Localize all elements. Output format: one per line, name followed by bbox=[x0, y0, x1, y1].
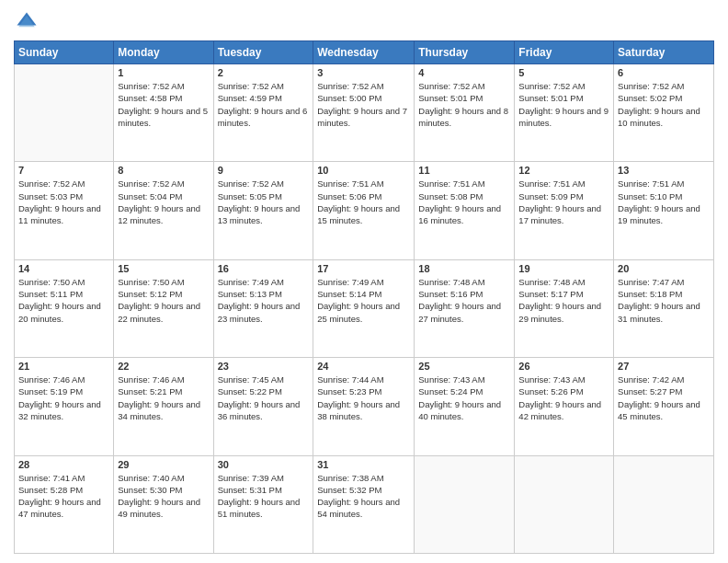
day-info: Sunrise: 7:41 AM Sunset: 5:28 PM Dayligh… bbox=[18, 472, 109, 521]
sunset-label: Sunset: 5:23 PM bbox=[317, 386, 381, 396]
daylight-label: Daylight: 9 hours and 36 minutes. bbox=[218, 399, 301, 421]
calendar-cell: 8 Sunrise: 7:52 AM Sunset: 5:04 PM Dayli… bbox=[114, 162, 213, 259]
weekday-header-saturday: Saturday bbox=[614, 41, 714, 64]
day-info: Sunrise: 7:52 AM Sunset: 4:58 PM Dayligh… bbox=[118, 80, 209, 129]
sunset-label: Sunset: 5:12 PM bbox=[118, 289, 182, 299]
sunrise-label: Sunrise: 7:51 AM bbox=[317, 178, 383, 189]
weekday-header-monday: Monday bbox=[114, 41, 213, 64]
sunrise-label: Sunrise: 7:52 AM bbox=[317, 81, 383, 91]
day-number: 20 bbox=[618, 263, 710, 274]
daylight-label: Daylight: 9 hours and 23 minutes. bbox=[218, 301, 301, 323]
sunrise-label: Sunrise: 7:40 AM bbox=[118, 473, 184, 483]
weekday-header-thursday: Thursday bbox=[415, 41, 515, 64]
calendar-cell: 24 Sunrise: 7:44 AM Sunset: 5:23 PM Dayl… bbox=[313, 358, 415, 455]
calendar-cell: 12 Sunrise: 7:51 AM Sunset: 5:09 PM Dayl… bbox=[515, 162, 614, 259]
day-number: 13 bbox=[618, 165, 710, 176]
day-info: Sunrise: 7:46 AM Sunset: 5:21 PM Dayligh… bbox=[118, 373, 209, 422]
daylight-label: Daylight: 9 hours and 47 minutes. bbox=[18, 497, 101, 519]
calendar-cell bbox=[614, 455, 714, 553]
calendar-table: SundayMondayTuesdayWednesdayThursdayFrid… bbox=[14, 40, 714, 554]
calendar-cell: 18 Sunrise: 7:48 AM Sunset: 5:16 PM Dayl… bbox=[415, 259, 515, 357]
sunrise-label: Sunrise: 7:52 AM bbox=[618, 81, 684, 91]
day-info: Sunrise: 7:52 AM Sunset: 5:05 PM Dayligh… bbox=[218, 178, 310, 226]
sunrise-label: Sunrise: 7:52 AM bbox=[18, 178, 85, 189]
day-number: 3 bbox=[317, 67, 410, 78]
calendar-cell: 30 Sunrise: 7:39 AM Sunset: 5:31 PM Dayl… bbox=[213, 455, 313, 553]
calendar-cell: 31 Sunrise: 7:38 AM Sunset: 5:32 PM Dayl… bbox=[313, 455, 415, 553]
day-info: Sunrise: 7:52 AM Sunset: 5:00 PM Dayligh… bbox=[317, 80, 410, 129]
sunrise-label: Sunrise: 7:52 AM bbox=[218, 178, 284, 189]
day-number: 1 bbox=[118, 67, 209, 78]
day-info: Sunrise: 7:39 AM Sunset: 5:31 PM Dayligh… bbox=[218, 472, 310, 521]
day-info: Sunrise: 7:52 AM Sunset: 5:04 PM Dayligh… bbox=[118, 178, 209, 226]
day-number: 10 bbox=[317, 165, 410, 176]
sunrise-label: Sunrise: 7:52 AM bbox=[118, 178, 184, 189]
day-number: 27 bbox=[618, 361, 710, 372]
daylight-label: Daylight: 9 hours and 20 minutes. bbox=[18, 301, 101, 323]
calendar-cell: 11 Sunrise: 7:51 AM Sunset: 5:08 PM Dayl… bbox=[415, 162, 515, 259]
calendar-cell: 20 Sunrise: 7:47 AM Sunset: 5:18 PM Dayl… bbox=[614, 259, 714, 357]
calendar-cell: 3 Sunrise: 7:52 AM Sunset: 5:00 PM Dayli… bbox=[313, 64, 415, 162]
calendar-cell: 25 Sunrise: 7:43 AM Sunset: 5:24 PM Dayl… bbox=[415, 358, 515, 455]
daylight-label: Daylight: 9 hours and 45 minutes. bbox=[618, 399, 700, 421]
daylight-label: Daylight: 9 hours and 10 minutes. bbox=[618, 106, 700, 128]
sunrise-label: Sunrise: 7:51 AM bbox=[418, 178, 484, 189]
sunset-label: Sunset: 5:05 PM bbox=[218, 191, 282, 201]
weekday-header-wednesday: Wednesday bbox=[313, 41, 415, 64]
day-number: 25 bbox=[418, 361, 510, 372]
day-number: 18 bbox=[418, 263, 510, 274]
day-number: 29 bbox=[118, 459, 209, 470]
header bbox=[14, 9, 714, 35]
day-info: Sunrise: 7:50 AM Sunset: 5:12 PM Dayligh… bbox=[118, 276, 209, 325]
sunset-label: Sunset: 5:24 PM bbox=[418, 386, 483, 396]
day-info: Sunrise: 7:52 AM Sunset: 5:01 PM Dayligh… bbox=[418, 80, 510, 129]
day-info: Sunrise: 7:50 AM Sunset: 5:11 PM Dayligh… bbox=[18, 276, 109, 325]
day-info: Sunrise: 7:49 AM Sunset: 5:13 PM Dayligh… bbox=[218, 276, 310, 325]
calendar-cell: 21 Sunrise: 7:46 AM Sunset: 5:19 PM Dayl… bbox=[15, 358, 114, 455]
sunrise-label: Sunrise: 7:51 AM bbox=[618, 178, 684, 189]
sunrise-label: Sunrise: 7:42 AM bbox=[618, 374, 684, 385]
sunset-label: Sunset: 5:10 PM bbox=[618, 191, 682, 201]
day-number: 23 bbox=[218, 361, 310, 372]
daylight-label: Daylight: 9 hours and 29 minutes. bbox=[518, 301, 601, 323]
daylight-label: Daylight: 9 hours and 31 minutes. bbox=[618, 301, 700, 323]
day-info: Sunrise: 7:46 AM Sunset: 5:19 PM Dayligh… bbox=[18, 373, 109, 422]
daylight-label: Daylight: 9 hours and 22 minutes. bbox=[118, 301, 200, 323]
sunset-label: Sunset: 5:31 PM bbox=[218, 485, 282, 495]
sunset-label: Sunset: 5:19 PM bbox=[18, 386, 83, 396]
weekday-header-row: SundayMondayTuesdayWednesdayThursdayFrid… bbox=[15, 41, 714, 64]
day-number: 28 bbox=[18, 459, 109, 470]
weekday-header-sunday: Sunday bbox=[15, 41, 114, 64]
daylight-label: Daylight: 9 hours and 7 minutes. bbox=[317, 106, 407, 128]
day-number: 19 bbox=[518, 263, 609, 274]
sunrise-label: Sunrise: 7:52 AM bbox=[418, 81, 484, 91]
calendar-cell: 16 Sunrise: 7:49 AM Sunset: 5:13 PM Dayl… bbox=[213, 259, 313, 357]
day-info: Sunrise: 7:52 AM Sunset: 5:03 PM Dayligh… bbox=[18, 178, 109, 226]
weekday-header-tuesday: Tuesday bbox=[213, 41, 313, 64]
calendar-cell: 23 Sunrise: 7:45 AM Sunset: 5:22 PM Dayl… bbox=[213, 358, 313, 455]
calendar-week-2: 7 Sunrise: 7:52 AM Sunset: 5:03 PM Dayli… bbox=[15, 162, 714, 259]
day-number: 31 bbox=[317, 459, 410, 470]
day-info: Sunrise: 7:48 AM Sunset: 5:17 PM Dayligh… bbox=[518, 276, 609, 325]
daylight-label: Daylight: 9 hours and 15 minutes. bbox=[317, 203, 400, 225]
sunrise-label: Sunrise: 7:41 AM bbox=[18, 473, 85, 483]
sunrise-label: Sunrise: 7:48 AM bbox=[518, 277, 585, 287]
daylight-label: Daylight: 9 hours and 12 minutes. bbox=[118, 203, 200, 225]
sunrise-label: Sunrise: 7:45 AM bbox=[218, 374, 284, 385]
daylight-label: Daylight: 9 hours and 13 minutes. bbox=[218, 203, 301, 225]
calendar-cell bbox=[415, 455, 515, 553]
sunset-label: Sunset: 5:30 PM bbox=[118, 485, 182, 495]
day-number: 21 bbox=[18, 361, 109, 372]
day-number: 9 bbox=[218, 165, 310, 176]
day-info: Sunrise: 7:45 AM Sunset: 5:22 PM Dayligh… bbox=[218, 373, 310, 422]
sunset-label: Sunset: 5:14 PM bbox=[317, 289, 381, 299]
sunrise-label: Sunrise: 7:48 AM bbox=[418, 277, 484, 287]
sunrise-label: Sunrise: 7:52 AM bbox=[518, 81, 585, 91]
calendar-cell: 9 Sunrise: 7:52 AM Sunset: 5:05 PM Dayli… bbox=[213, 162, 313, 259]
daylight-label: Daylight: 9 hours and 25 minutes. bbox=[317, 301, 400, 323]
calendar-week-1: 1 Sunrise: 7:52 AM Sunset: 4:58 PM Dayli… bbox=[15, 64, 714, 162]
sunrise-label: Sunrise: 7:46 AM bbox=[118, 374, 184, 385]
sunset-label: Sunset: 5:13 PM bbox=[218, 289, 282, 299]
daylight-label: Daylight: 9 hours and 6 minutes. bbox=[218, 106, 308, 128]
daylight-label: Daylight: 9 hours and 32 minutes. bbox=[18, 399, 101, 421]
